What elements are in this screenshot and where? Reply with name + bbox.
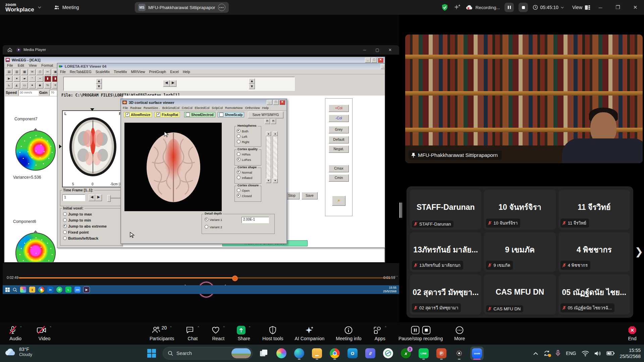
radio-option[interactable]: Variant 1 — [210, 218, 222, 222]
radio[interactable] — [237, 140, 240, 143]
menu-item[interactable]: Help — [183, 70, 190, 74]
participant-tile[interactable]: 05 ณัฏฐ์ดนัย ไชย... 05 ณัฏฐ์ดนัย ไชยวรฉั… — [558, 275, 630, 314]
viewer-close[interactable]: ✕ — [279, 100, 285, 105]
marker-left[interactable] — [59, 144, 62, 148]
menu-item[interactable]: CrtxCol — [182, 106, 193, 110]
voxel-option[interactable]: Jump to max — [68, 212, 92, 216]
marker-top[interactable] — [90, 108, 94, 111]
seek-knob[interactable] — [232, 276, 238, 281]
radio-option[interactable]: LoRes — [242, 158, 251, 162]
app-icon-edge[interactable] — [292, 347, 306, 360]
wineeg-maximize[interactable]: □ — [371, 58, 377, 63]
radio-option[interactable]: Right — [242, 140, 249, 144]
video-button[interactable]: ⌃ Video — [37, 322, 52, 345]
app-icon-zoom-active[interactable]: zoom — [470, 347, 484, 360]
voxel-option[interactable]: Fixed point — [68, 230, 89, 234]
minuscol-button[interactable]: -Col — [329, 115, 349, 122]
panel-resize-handle[interactable] — [399, 202, 400, 218]
radio[interactable] — [63, 224, 67, 228]
viewer-scrollbar[interactable]: ▲ ▼ — [266, 131, 271, 183]
radio-option[interactable]: Normal — [242, 171, 252, 174]
menu-item[interactable]: RemoteNew — [225, 106, 243, 110]
toolbar-button[interactable]: ▮ — [44, 76, 51, 82]
app-icon-line[interactable]: LINE — [417, 347, 430, 360]
radio[interactable] — [237, 170, 240, 174]
detail-value-input[interactable]: 2.00E-1 — [241, 217, 269, 223]
participant-tile[interactable]: 10 จันทร์จิรา 10 จันทร์จิรา — [484, 190, 555, 230]
viewer-scrollbar[interactable]: ▲ ▼ — [273, 131, 278, 183]
viewer-minimize[interactable]: _ — [267, 100, 272, 105]
radio-option[interactable]: Both — [242, 129, 249, 133]
app-icon-globe[interactable] — [381, 347, 395, 360]
tray-mic-icon[interactable] — [555, 350, 560, 357]
r-button[interactable]: R — [265, 119, 270, 124]
pause-recording-button[interactable] — [504, 3, 514, 12]
time-frame-input[interactable]: 1 — [62, 194, 85, 201]
toolbar-button[interactable]: ● — [29, 82, 36, 88]
wineeg-minimize[interactable]: _ — [365, 58, 371, 63]
radio-option[interactable]: Open — [242, 189, 250, 192]
radio[interactable] — [237, 188, 240, 192]
chevron-up-icon[interactable]: ⌃ — [49, 326, 52, 329]
pluscol-button[interactable]: +Col — [329, 105, 349, 112]
frame-next-button[interactable]: ▶ — [95, 194, 102, 201]
voxel-option[interactable]: Bottom/left/back — [68, 236, 98, 240]
search-highlight-image[interactable] — [231, 348, 251, 358]
cmin-button[interactable]: Cmin — [329, 174, 349, 182]
viewer-maximize[interactable]: □ — [273, 100, 279, 105]
save-wysiwyg-button[interactable]: Save WYSIWYG — [248, 112, 283, 118]
radio[interactable] — [63, 230, 67, 234]
checkbox-showscalp[interactable]: ShowScalp — [218, 112, 244, 117]
menu-item[interactable]: Edit — [18, 63, 24, 67]
participant-tile[interactable]: 11 จีรวิทย์ 11 จีรวิทย์ — [558, 190, 630, 230]
menu-item[interactable]: File — [60, 70, 66, 74]
chevron-up-icon[interactable]: ⌃ — [169, 326, 172, 329]
chevron-up-icon[interactable]: ⌃ — [384, 326, 387, 329]
menu-item[interactable]: SclpCol — [212, 106, 223, 110]
participants-button[interactable]: 20 ⌃ Participants — [150, 322, 174, 345]
start-icon[interactable] — [5, 288, 10, 292]
next-page-chevron[interactable]: ❯ — [635, 244, 643, 259]
toolbar-button[interactable]: ▭ — [21, 82, 28, 88]
menu-item[interactable]: Format — [41, 63, 53, 67]
language-indicator[interactable]: ENG — [566, 351, 576, 356]
pinned-speaker-video[interactable]: MFU-Phakkharawat Sittiprapaporn — [405, 35, 643, 163]
weather-widget[interactable]: 83°F Cloudy — [5, 347, 32, 357]
search-input[interactable]: Search — [163, 347, 253, 360]
participant-tile[interactable]: STAFF-Darunan STAFF-Darunan — [410, 190, 481, 230]
react-button[interactable]: ⌃ React — [211, 322, 225, 345]
pause-stop-recording-button[interactable]: Pause/stop recording — [398, 322, 443, 345]
checkbox-allowresize[interactable]: ✓AllowResize — [124, 112, 152, 117]
search-icon[interactable] — [13, 288, 17, 292]
radio[interactable] — [237, 134, 240, 138]
chevron-up-icon[interactable]: ⌃ — [19, 326, 22, 329]
meeting-timer[interactable]: 05:45:10 — [533, 5, 564, 10]
wifi-icon[interactable] — [582, 351, 589, 356]
next-arrow-button[interactable]: ▶ — [170, 80, 176, 87]
pause-recording-icon[interactable] — [411, 326, 420, 335]
app-icon-line[interactable]: L — [65, 287, 71, 293]
participant-tile[interactable]: 4 พิชชากร 4 พิชชากร — [558, 232, 630, 272]
mp-close-button[interactable]: ✕ — [384, 48, 396, 52]
menu-item[interactable]: ElectrdCol — [195, 106, 210, 110]
start-button[interactable] — [145, 347, 158, 360]
radio[interactable] — [237, 152, 240, 156]
spin-down-button[interactable]: ▼ — [249, 84, 255, 89]
toolbar-button[interactable]: ● — [13, 76, 20, 82]
app-icon-outlook[interactable]: O — [346, 347, 359, 360]
app-icon-chrome[interactable] — [38, 287, 44, 293]
more-dots-icon[interactable]: … — [394, 273, 398, 278]
menu-item[interactable]: View — [29, 63, 37, 67]
app-icon-linkedin[interactable]: in — [47, 287, 53, 293]
menu-item[interactable]: Help — [262, 106, 269, 110]
toolbar-button[interactable]: ✉ — [29, 69, 36, 75]
radio-option[interactable]: Inflated — [242, 176, 252, 180]
toolbar-button[interactable]: ▦ — [21, 69, 28, 75]
radio-option[interactable]: Variant 2 — [210, 225, 222, 229]
toolbar-button[interactable]: ▶ — [6, 76, 12, 82]
default-button[interactable]: Default — [329, 136, 349, 143]
view-button[interactable]: View — [572, 5, 590, 10]
mp-maximize-button[interactable]: ▢ — [371, 48, 384, 52]
app-icon-file-explorer[interactable]: ▁ — [310, 347, 324, 360]
video-frame[interactable]: WinEEG - [ICA1] _ □ ✕ File Edit View For… — [3, 55, 399, 263]
